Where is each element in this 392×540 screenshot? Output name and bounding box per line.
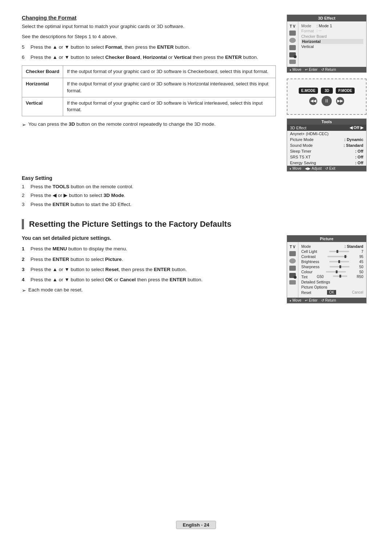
reset-step-2-num: 2 [22,256,27,263]
pmode-button: P.MODE [336,88,355,94]
tools-picture-row: Picture Mode : Dynamic [287,137,366,142]
reset-step-4: 4 Press the ▲ or ▼ button to select OK o… [22,276,276,283]
reset-tip-arrow-icon: ➢ [22,287,26,294]
pic-sharpness-bar [330,265,350,268]
step-5-num: 5 [22,44,27,51]
footer-move: ⬧ Move [289,68,301,72]
pic-colour-bar [326,270,346,273]
tv-mode-val: : Mode 1 [317,24,332,28]
reset-step-3: 3 Press the ▲ or ▼ button to select Rese… [22,266,276,273]
pic-sharpness-val: 50 [359,265,363,269]
pic-cancel-label: Cancel [352,290,363,294]
page: Changing the Format Select the optimal i… [0,0,392,540]
reset-step-2: 2 Press the ENTER button to select Pictu… [22,256,276,263]
footer-return: ↺ Return [321,68,336,72]
tv-label: T V [290,24,295,28]
easy-step-2-num: 2 [22,192,27,199]
remote-control-image: E.MODE 3D P.MODE ◀◀ II ▶▶ [287,78,367,115]
tv-pic-footer-enter: ↵ Enter [305,298,318,302]
tools-anynet-label: Anynet+ (HDMI-CEC) [290,132,328,136]
tv-pic-icon-4 [289,273,296,278]
pic-celllight-bar [329,250,349,253]
step-6-num: 6 [22,54,27,61]
remote-top-row: E.MODE 3D P.MODE [299,88,355,94]
checker-board-label: Checker Board [22,66,63,78]
tv-picture-icons: T V [287,242,298,298]
pic-mode-row: Mode : Standard [301,244,363,249]
step-5: 5 Press the ▲ or ▼ button to select Form… [22,44,276,51]
tv-format-row: Format : ··· [301,29,363,33]
tools-sound-label: Sound Mode [290,143,313,148]
tools-picture-val: : Dynamic [344,137,363,142]
pic-reset-label: Reset [301,290,311,295]
easy-setting-section: Easy Setting 1 Press the TOOLS button on… [22,175,370,208]
tools-header: Tools [287,119,366,125]
tv-menu-vertical: Vertical [301,44,363,49]
fwd-button: ▶▶ [336,97,344,105]
reset-steps-list: 1 Press the MENU button to display the m… [22,245,276,283]
pic-mode-label: Mode [301,244,311,249]
easy-step-2-text: Press the ◀ or ▶ button to select 3D Mod… [30,192,125,199]
pic-brightness-bar [329,260,349,263]
tv-box-body: T V Mode : Mode 1 [287,21,366,67]
pic-tint-label: Tint [301,275,307,279]
tools-energy-row: Energy Saving : Off [287,160,366,166]
reset-step-3-text: Press the ▲ or ▼ button to select Reset,… [30,266,187,273]
tools-footer-adjust: ◀▶ Adjust [305,166,322,170]
reset-step-4-num: 4 [22,276,27,283]
easy-step-3: 3 Press the ENTER button to start the 3D… [22,201,370,208]
reset-step-1-text: Press the MENU button to display the men… [30,245,127,253]
tools-3d-label: 3D Effect [290,126,306,130]
pic-contrast-label: Contrast [301,254,316,259]
tv-picture-body: T V Mode : Standard [287,242,366,298]
tip-3d: ➢ You can press the 3D button on the rem… [22,121,276,129]
easy-step-3-text: Press the ENTER button to start the 3D E… [30,201,131,208]
tools-sound-row: Sound Mode : Standard [287,142,366,148]
tools-3d-row: 3D Effect ◀ Off ▶ [287,125,366,131]
tv-pic-icon-5 [289,280,296,285]
horizontal-desc: If the output format of your graphic car… [63,78,276,97]
table-row: Vertical If the output format of your gr… [22,97,276,116]
easy-step-1-num: 1 [22,183,27,190]
step-6: 6 Press the ▲ or ▼ button to select Chec… [22,54,276,61]
table-row: Horizontal If the output format of your … [22,78,276,97]
easy-steps-list: 1 Press the TOOLS button on the remote c… [22,183,370,208]
pic-colour-row: Colour 50 [301,270,363,274]
tv-3d-effect-box: 3D Effect T V Mode [287,15,367,73]
tools-srs-label: SRS TS XT [290,155,311,159]
tools-sleep-val: : Off [355,149,363,153]
tv-pic-icon-1 [289,251,296,256]
tv-icons-col: T V [287,21,298,67]
format-table: Checker Board If the output format of yo… [22,65,276,116]
pic-colour-label: Colour [301,270,313,274]
step-5-text: Press the ▲ or ▼ button to select Format… [30,44,190,51]
pic-tint-g: G50 [317,275,324,279]
tv-pic-footer-return: ↺ Return [321,298,336,302]
reset-intro: You can set detailed picture settings. [22,235,276,241]
pause-button: II [322,96,332,106]
footer-label: English - 24 [176,521,216,529]
checker-board-desc: If the output format of your graphic car… [63,66,276,78]
rew-button: ◀◀ [309,97,317,105]
pic-celllight-label: Cell Light [301,249,317,254]
reset-step-1: 1 Press the MENU button to display the m… [22,245,276,253]
pic-contrast-row: Contrast 95 [301,254,363,259]
tv-picture-header: Picture [287,235,366,242]
pic-detailed-row: Detailed Settings [301,280,363,284]
pic-celllight-row: Cell Light 7 [301,249,363,254]
see-desc: See the descriptions for Steps 1 to 4 ab… [22,33,276,40]
vertical-label: Vertical [22,97,63,116]
tools-anynet-row: Anynet+ (HDMI-CEC) [287,131,366,137]
changing-format-heading: Changing the Format [22,15,276,21]
tv-box-header: 3D Effect [287,15,366,21]
tools-energy-val: : Off [355,161,363,165]
format-steps: 5 Press the ▲ or ▼ button to select Form… [22,44,276,61]
reset-section: You can set detailed picture settings. 1… [22,235,370,303]
changing-format-intro: Select the optimal input format to match… [22,23,276,30]
tools-srs-val: : Off [355,155,363,159]
tools-picture-label: Picture Mode [290,137,314,142]
pic-ok-highlight: OK [327,290,336,295]
changing-format-section: Changing the Format Select the optimal i… [22,15,370,172]
pic-mode-val: : Standard [344,244,363,249]
tv-format-placeholder: : ··· [317,29,322,33]
